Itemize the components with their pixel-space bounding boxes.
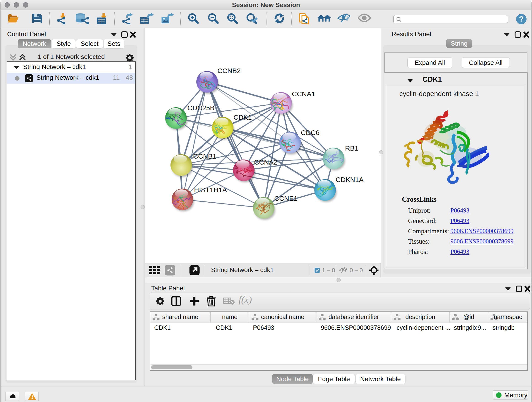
svg-text:CDC6: CDC6 [301,129,320,136]
svg-text:RB1: RB1 [345,144,358,152]
svg-text:CCNB1: CCNB1 [193,153,216,160]
svg-text:CCNE1: CCNE1 [274,195,298,202]
svg-text:CDKN1A: CDKN1A [336,176,364,183]
svg-text:CCNA2: CCNA2 [254,158,278,166]
svg-text:CCNA1: CCNA1 [292,90,315,98]
svg-text:CDC25B: CDC25B [187,104,215,112]
svg-text:HIST1H1A: HIST1H1A [194,186,227,194]
svg-text:CDK1: CDK1 [234,114,252,121]
svg-text:CCNB2: CCNB2 [217,67,241,75]
